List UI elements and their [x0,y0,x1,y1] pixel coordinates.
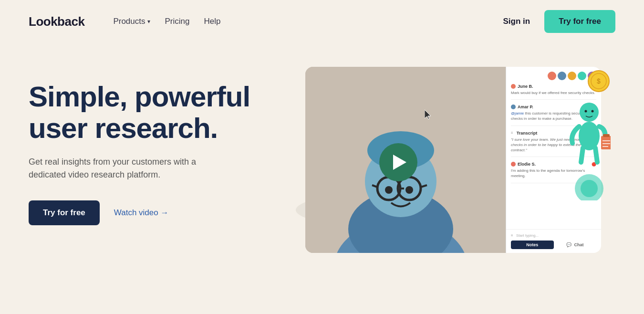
nav-try-free-button[interactable]: Try for free [544,10,615,33]
transcript-icon: ≡ [511,131,513,135]
hero-try-free-button[interactable]: Try for free [29,200,100,225]
hero-illustration: June B. 📎 Mark would buy if we offered f… [277,52,615,314]
app-panel: June B. 📎 Mark would buy if we offered f… [305,67,601,253]
right-decoration-svg: $ [563,67,611,200]
note-avatar-3 [511,162,516,167]
hero-watch-video-button[interactable]: Watch video → [114,208,169,218]
hero-subtitle: Get real insights from your customers wi… [29,156,229,181]
hero-section: Simple, powerful user research. Get real… [0,43,644,314]
svg-point-51 [592,110,594,113]
svg-rect-45 [601,136,611,149]
typing-icon: ≡ [511,233,513,238]
chat-icon: 💬 [566,242,571,247]
hero-buttons: Try for free Watch video → [29,200,277,225]
svg-line-44 [595,148,597,162]
svg-point-41 [580,103,599,122]
hero-left: Simple, powerful user research. Get real… [29,52,277,314]
svg-point-33 [405,186,413,194]
svg-point-32 [385,186,393,194]
sign-in-button[interactable]: Sign in [503,17,530,26]
navbar: Lookback Products ▾ Pricing Help Sign in… [0,0,644,43]
nav-actions: Sign in Try for free [503,10,615,33]
svg-point-53 [581,180,598,197]
svg-rect-46 [603,134,610,137]
nav-pricing[interactable]: Pricing [165,17,189,26]
video-area [305,67,506,253]
svg-text:$: $ [597,77,601,85]
logo: Lookback [29,14,84,29]
play-button[interactable] [379,143,417,181]
hero-title: Simple, powerful user research. [29,81,277,144]
notes-tabs: Notes 💬 Chat [511,241,596,249]
nav-links: Products ▾ Pricing Help [113,17,503,26]
avatar-1 [548,72,556,80]
tab-chat[interactable]: 💬 Chat [554,241,597,249]
start-typing-hint: ≡ Start typing... [511,233,596,238]
svg-line-43 [581,148,583,162]
note-avatar-1 [511,84,516,89]
nav-products[interactable]: Products ▾ [113,17,150,26]
notes-footer: ≡ Start typing... Notes 💬 Chat [506,229,601,253]
tab-notes[interactable]: Notes [511,241,554,249]
svg-point-50 [585,110,587,113]
nav-help[interactable]: Help [204,17,220,26]
note-avatar-2 [511,105,516,109]
chevron-down-icon: ▾ [147,18,150,25]
